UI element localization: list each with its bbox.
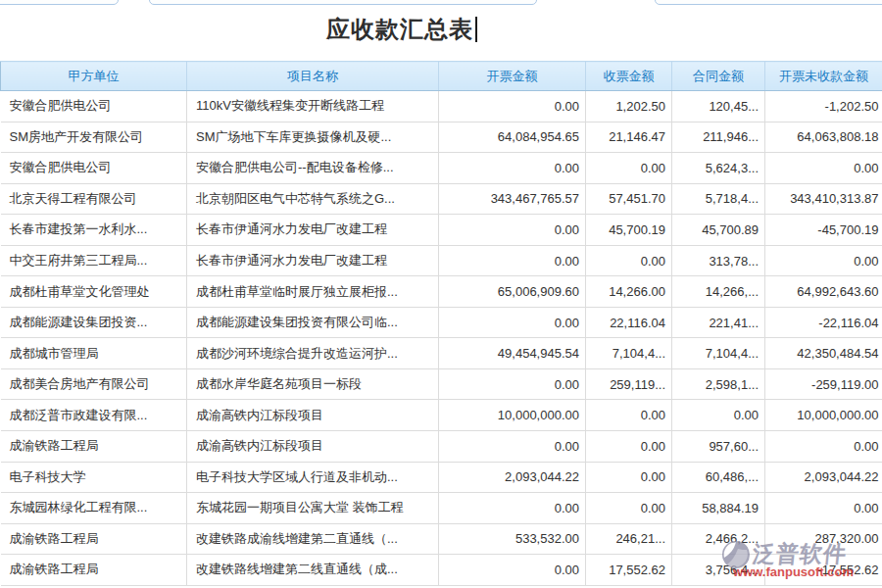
cell-project-name: SM广场地下车库更换摄像机及硬... [187,122,439,153]
cell-contract-amount: 58,884.19 [672,493,765,524]
cell-party-a-unit: 成渝铁路工程局 [1,523,187,555]
cell-project-name: 成都能源建设集团投资有限公司临... [187,307,439,338]
cell-contract-amount: 0.00 [672,400,765,431]
table-row[interactable]: 电子科技大学电子科技大学区域人行道及非机动...2,093,044.220.00… [1,462,882,493]
cell-received-amount: 45,700.19 [586,215,672,246]
cell-contract-amount: 14,266,... [672,276,765,308]
page-title-editable[interactable]: 应收款汇总表 [326,14,477,45]
receivables-summary-report: 应收款汇总表 甲方单位项目名称开票金额收票金额合同金额开票未收款金额 安徽合肥供… [0,0,882,588]
cell-project-name: 成都杜甫草堂临时展厅独立展柜报... [187,276,439,308]
cell-contract-amount: 313,78... [672,245,765,276]
cell-received-amount: 246,21... [586,523,672,555]
column-header-project-name[interactable]: 项目名称 [187,62,439,91]
table-row[interactable]: 成渝铁路工程局改建铁路线增建第二线直通线（成...0.0017,552.623,… [1,555,882,586]
cell-party-a-unit: 成都杜甫草堂文化管理处 [1,276,187,308]
cell-project-name: 长春市伊通河水力发电厂改建工程 [187,245,439,276]
cell-received-amount: 0.00 [586,400,672,431]
cell-invoiced-amount: 2,093,044.22 [439,462,586,493]
cell-project-name: 成渝高铁内江标段项目 [187,400,439,431]
table-header-row: 甲方单位项目名称开票金额收票金额合同金额开票未收款金额 [1,62,882,91]
cell-invoiced-amount: 0.00 [439,368,586,400]
cell-invoiced-unpaid-amount: 10,000,000.00 [765,400,882,431]
cell-received-amount: 1,202.50 [586,91,672,122]
cell-invoiced-unpaid-amount: 287,320.00 [765,523,882,555]
cutoff-form-field-left[interactable] [0,0,119,5]
cell-invoiced-amount: 533,532.00 [439,523,586,555]
cell-party-a-unit: 安徽合肥供电公司 [1,153,187,184]
cell-invoiced-amount: 0.00 [439,153,586,184]
cell-received-amount: 7,104,4... [586,338,672,369]
cell-invoiced-amount: 343,467,765.57 [439,183,586,215]
table-row[interactable]: 成都能源建设集团投资...成都能源建设集团投资有限公司临...0.0022,11… [1,307,882,338]
cell-invoiced-unpaid-amount: -17,552.62 [765,555,882,586]
cell-contract-amount: 221,41... [672,307,765,338]
cell-project-name: 成都水岸华庭名苑项目一标段 [187,368,439,400]
cell-project-name: 北京朝阳区电气中芯特气系统之G... [187,183,439,215]
cell-contract-amount: 5,624,3... [672,153,765,184]
page-title: 应收款汇总表 [326,16,473,42]
cell-project-name: 110kV安徽线程集变开断线路工程 [187,91,439,122]
cell-party-a-unit: 东城园林绿化工程有限... [1,493,187,524]
cell-invoiced-unpaid-amount: 64,992,643.60 [765,276,882,308]
cell-invoiced-amount: 0.00 [439,555,586,586]
cell-contract-amount: 211,946... [672,122,765,153]
cell-invoiced-unpaid-amount: -259,119.00 [765,368,882,400]
cell-received-amount: 57,451.70 [586,183,672,215]
cell-received-amount: 0.00 [586,462,672,493]
cell-party-a-unit: 成都城市管理局 [1,338,187,369]
cell-contract-amount: 7,104,4... [672,338,765,369]
column-header-party-a-unit[interactable]: 甲方单位 [1,62,187,91]
cell-invoiced-amount: 64,084,954.65 [439,122,586,153]
cell-party-a-unit: 中交王府井第三工程局... [1,245,187,276]
cell-contract-amount: 60,486,... [672,462,765,493]
column-header-invoiced-unpaid-amount[interactable]: 开票未收款金额 [765,62,882,91]
cell-project-name: 改建铁路成渝线增建第二直通线（... [187,523,439,555]
cell-project-name: 成渝高铁内江标段项目 [187,431,439,463]
cell-received-amount: 0.00 [586,431,672,463]
receivables-table: 甲方单位项目名称开票金额收票金额合同金额开票未收款金额 安徽合肥供电公司110k… [0,61,882,586]
table-row[interactable]: SM房地产开发有限公司SM广场地下车库更换摄像机及硬...64,084,954.… [1,122,882,153]
table-row[interactable]: 成都杜甫草堂文化管理处成都杜甫草堂临时展厅独立展柜报...65,006,909.… [1,276,882,308]
cutoff-form-field-middle[interactable] [149,0,537,5]
cell-invoiced-amount: 0.00 [439,307,586,338]
cell-project-name: 成都沙河环境综合提升改造运河护... [187,338,439,369]
table-row[interactable]: 成都美合房地产有限公司成都水岸华庭名苑项目一标段0.00259,119...2,… [1,368,882,400]
column-header-received-amount[interactable]: 收票金额 [586,62,672,91]
cell-invoiced-amount: 0.00 [439,91,586,122]
cell-received-amount: 17,552.62 [586,555,672,586]
cell-received-amount: 0.00 [586,245,672,276]
cell-invoiced-amount: 0.00 [439,493,586,524]
cell-contract-amount: 2,466,2... [672,523,765,555]
cell-invoiced-unpaid-amount: 2,093,044.22 [765,462,882,493]
cell-invoiced-amount: 0.00 [439,245,586,276]
title-bar: 应收款汇总表 [0,14,882,45]
cell-contract-amount: 2,598,1... [672,368,765,400]
table-row[interactable]: 成都泛普市政建设有限...成渝高铁内江标段项目10,000,000.000.00… [1,400,882,431]
cell-party-a-unit: SM房地产开发有限公司 [1,122,187,153]
cell-received-amount: 259,119... [586,368,672,400]
cell-invoiced-amount: 65,006,909.60 [439,276,586,308]
table-row[interactable]: 成都城市管理局成都沙河环境综合提升改造运河护...49,454,945.547,… [1,338,882,369]
table-body: 安徽合肥供电公司110kV安徽线程集变开断线路工程0.001,202.50120… [1,91,882,586]
table-row[interactable]: 安徽合肥供电公司安徽合肥供电公司--配电设备检修...0.000.005,624… [1,153,882,184]
cell-received-amount: 14,266.00 [586,276,672,308]
cutoff-form-field-right[interactable] [655,0,882,5]
column-header-contract-amount[interactable]: 合同金额 [672,62,765,91]
cell-invoiced-unpaid-amount: 42,350,484.54 [765,338,882,369]
cell-project-name: 改建铁路线增建第二线直通线（成... [187,555,439,586]
cell-contract-amount: 120,45... [672,91,765,122]
table-row[interactable]: 长春市建投第一水利水...长春市伊通河水力发电厂改建工程0.0045,700.1… [1,215,882,246]
cell-project-name: 东城花园一期项目公寓大堂 装饰工程 [187,493,439,524]
text-cursor [475,17,477,42]
cell-invoiced-unpaid-amount: -1,202.50 [765,91,882,122]
table-row[interactable]: 成渝铁路工程局成渝高铁内江标段项目0.000.00957,60...0.00 [1,431,882,463]
cell-party-a-unit: 电子科技大学 [1,462,187,493]
table-row[interactable]: 成渝铁路工程局改建铁路成渝线增建第二直通线（...533,532.00246,2… [1,523,882,555]
table-row[interactable]: 北京天得工程有限公司北京朝阳区电气中芯特气系统之G...343,467,765.… [1,183,882,215]
table-row[interactable]: 安徽合肥供电公司110kV安徽线程集变开断线路工程0.001,202.50120… [1,91,882,122]
cell-invoiced-unpaid-amount: -22,116.04 [765,307,882,338]
table-row[interactable]: 中交王府井第三工程局...长春市伊通河水力发电厂改建工程0.000.00313,… [1,245,882,276]
table-row[interactable]: 东城园林绿化工程有限...东城花园一期项目公寓大堂 装饰工程0.000.0058… [1,493,882,524]
cell-contract-amount: 3,756,4... [672,555,765,586]
column-header-invoiced-amount[interactable]: 开票金额 [439,62,586,91]
